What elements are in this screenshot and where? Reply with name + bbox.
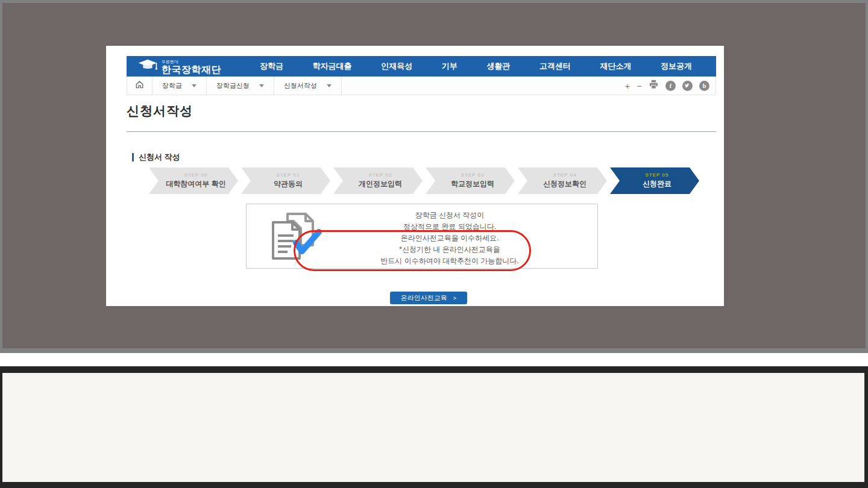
step-wizard: STEP 00 대학참여여부 확인 STEP 01 약관동의 STEP 02 개…: [149, 167, 699, 194]
nav-item-talent[interactable]: 인재육성: [381, 61, 412, 72]
nav-item-student-loan[interactable]: 학자금대출: [313, 61, 352, 72]
online-pre-education-button[interactable]: 온라인사전교육 >: [390, 292, 467, 304]
nav-item-dormitory[interactable]: 생활관: [486, 61, 510, 72]
page-title: 신청서작성: [127, 102, 193, 119]
website-screenshot: 푸른등대 한국장학재단 장학금 학자금대출 인재육성 기부 생활관 고객센터 재…: [106, 46, 724, 306]
completion-message: 장학금 신청서 작성이 정상적으로 완료 되었습니다. 온라인사전교육을 이수하…: [337, 210, 562, 267]
message-line: 반드시 이수하여야 대학추천이 가능합니다.: [337, 255, 562, 267]
nav-item-customer-center[interactable]: 고객센터: [539, 61, 571, 72]
site-navbar: 푸른등대 한국장학재단 장학금 학자금대출 인재육성 기부 생활관 고객센터 재…: [127, 56, 716, 77]
step-school-info: STEP 03 학교정보입력: [426, 167, 515, 194]
chevron-right-icon: >: [453, 295, 456, 301]
message-line: *신청기한 내 온라인사전교육을: [337, 244, 562, 255]
section-header: 신청서 작성: [132, 152, 180, 163]
message-line: 장학금 신청서 작성이: [337, 210, 562, 221]
step-terms-agreement: STEP 01 약관동의: [241, 167, 330, 194]
breadcrumb-item-scholarship[interactable]: 장학금: [153, 77, 207, 95]
brand-tagline: 푸른등대: [162, 60, 221, 64]
page-tools: + − f b: [624, 80, 715, 92]
completion-message-box: 장학금 신청서 작성이 정상적으로 완료 되었습니다. 온라인사전교육을 이수하…: [246, 204, 598, 269]
breadcrumb-item-apply[interactable]: 장학금신청: [207, 77, 274, 95]
bottom-panel-frame: [0, 366, 868, 488]
nav-item-donation[interactable]: 기부: [442, 61, 458, 72]
brand-name: 한국장학재단: [162, 65, 221, 75]
nav-item-scholarship[interactable]: 장학금: [260, 61, 283, 72]
breadcrumb-item-application-form[interactable]: 신청서작성: [274, 77, 342, 95]
step-application-review: STEP 04 신청정보확인: [518, 167, 607, 194]
nav-item-disclosure[interactable]: 정보공개: [661, 61, 692, 72]
printer-icon[interactable]: [649, 80, 659, 92]
chevron-down-icon: [327, 84, 332, 87]
facebook-icon[interactable]: f: [665, 81, 676, 91]
title-divider: [127, 131, 716, 132]
blog-icon[interactable]: b: [699, 81, 709, 91]
document-check-icon: [265, 211, 325, 264]
twitter-icon[interactable]: [682, 81, 693, 91]
nav-item-about[interactable]: 재단소개: [600, 61, 631, 72]
chevron-down-icon: [192, 84, 197, 87]
message-line: 온라인사전교육을 이수하세요.: [337, 233, 562, 244]
step-university-participation: STEP 00 대학참여여부 확인: [149, 167, 238, 194]
graduation-cap-icon: [137, 58, 158, 75]
home-button[interactable]: [127, 77, 153, 95]
step-application-complete: STEP 05 신청완료: [610, 167, 699, 194]
section-title: 신청서 작성: [139, 152, 180, 163]
font-larger-button[interactable]: +: [624, 81, 630, 90]
home-icon: [135, 80, 144, 92]
message-line: 정상적으로 완료 되었습니다.: [337, 221, 562, 233]
breadcrumb: 장학금 장학금신청 신청서작성 + −: [127, 77, 716, 95]
main-nav: 장학금 학자금대출 인재육성 기부 생활관 고객센터 재단소개 정보공개: [260, 61, 692, 72]
step-personal-info: STEP 02 개인정보입력: [333, 167, 423, 194]
site-logo[interactable]: 푸른등대 한국장학재단: [137, 58, 221, 75]
presentation-page: 푸른등대 한국장학재단 장학금 학자금대출 인재육성 기부 생활관 고객센터 재…: [0, 0, 868, 488]
chevron-down-icon: [259, 84, 264, 87]
section-accent-bar: [132, 153, 134, 161]
bottom-panel-card: [2, 373, 864, 482]
font-smaller-button[interactable]: −: [637, 81, 642, 90]
